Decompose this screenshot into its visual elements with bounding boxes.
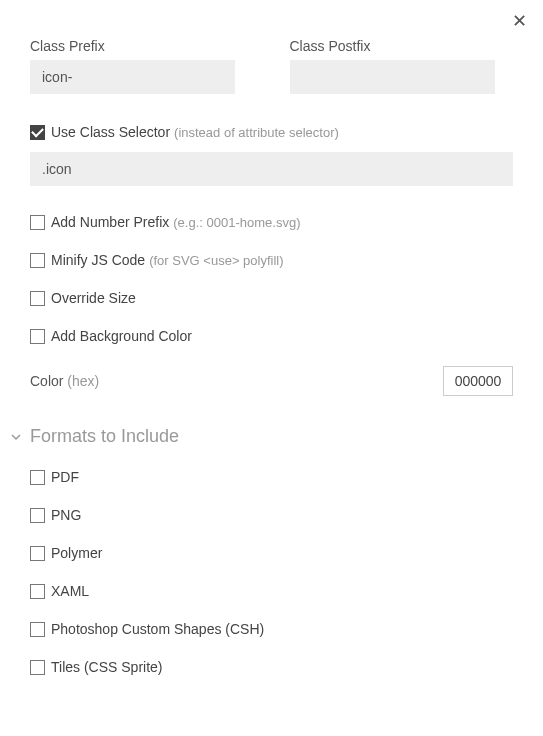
chevron-down-icon	[8, 429, 24, 445]
use-class-selector-row: Use Class Selector (instead of attribute…	[30, 124, 513, 140]
class-postfix-input[interactable]	[290, 60, 495, 94]
use-class-selector-label[interactable]: Use Class Selector	[51, 124, 170, 140]
format-csh-checkbox[interactable]	[30, 622, 45, 637]
format-polymer-label[interactable]: Polymer	[51, 545, 102, 561]
close-button[interactable]: ✕	[512, 12, 527, 30]
color-label-group: Color (hex)	[30, 373, 99, 389]
formats-section-title: Formats to Include	[30, 426, 179, 447]
formats-list: PDF PNG Polymer XAML Photoshop Custom Sh…	[30, 469, 513, 675]
color-label: Color	[30, 373, 63, 389]
override-size-checkbox[interactable]	[30, 291, 45, 306]
format-polymer-row: Polymer	[30, 545, 513, 561]
format-csh-label[interactable]: Photoshop Custom Shapes (CSH)	[51, 621, 264, 637]
format-pdf-checkbox[interactable]	[30, 470, 45, 485]
use-class-selector-block: Use Class Selector (instead of attribute…	[30, 124, 513, 186]
format-xaml-row: XAML	[30, 583, 513, 599]
format-csh-row: Photoshop Custom Shapes (CSH)	[30, 621, 513, 637]
add-number-prefix-row: Add Number Prefix (e.g.: 0001-home.svg)	[30, 214, 513, 230]
minify-js-row: Minify JS Code (for SVG <use> polyfill)	[30, 252, 513, 268]
class-prefix-field: Class Prefix	[30, 38, 254, 94]
minify-js-checkbox[interactable]	[30, 253, 45, 268]
settings-panel: Class Prefix Class Postfix Use Class Sel…	[0, 0, 543, 675]
format-png-row: PNG	[30, 507, 513, 523]
use-class-selector-checkbox[interactable]	[30, 125, 45, 140]
override-size-row: Override Size	[30, 290, 513, 306]
minify-js-hint: (for SVG <use> polyfill)	[149, 253, 283, 268]
class-prefix-input[interactable]	[30, 60, 235, 94]
format-polymer-checkbox[interactable]	[30, 546, 45, 561]
color-hint: (hex)	[67, 373, 99, 389]
add-bg-color-row: Add Background Color	[30, 328, 513, 344]
format-xaml-label[interactable]: XAML	[51, 583, 89, 599]
class-selector-input[interactable]	[30, 152, 513, 186]
add-number-prefix-label[interactable]: Add Number Prefix	[51, 214, 169, 230]
color-input[interactable]	[443, 366, 513, 396]
format-pdf-row: PDF	[30, 469, 513, 485]
class-prefix-label: Class Prefix	[30, 38, 254, 54]
format-tiles-row: Tiles (CSS Sprite)	[30, 659, 513, 675]
class-postfix-field: Class Postfix	[290, 38, 514, 94]
class-postfix-label: Class Postfix	[290, 38, 514, 54]
color-row: Color (hex)	[30, 366, 513, 396]
prefix-postfix-row: Class Prefix Class Postfix	[30, 38, 513, 94]
add-bg-color-checkbox[interactable]	[30, 329, 45, 344]
format-tiles-checkbox[interactable]	[30, 660, 45, 675]
format-png-label[interactable]: PNG	[51, 507, 81, 523]
use-class-selector-hint: (instead of attribute selector)	[174, 125, 339, 140]
format-pdf-label[interactable]: PDF	[51, 469, 79, 485]
format-png-checkbox[interactable]	[30, 508, 45, 523]
add-bg-color-label[interactable]: Add Background Color	[51, 328, 192, 344]
formats-section-header[interactable]: Formats to Include	[8, 426, 513, 447]
add-number-prefix-hint: (e.g.: 0001-home.svg)	[173, 215, 300, 230]
minify-js-label[interactable]: Minify JS Code	[51, 252, 145, 268]
override-size-label[interactable]: Override Size	[51, 290, 136, 306]
format-tiles-label[interactable]: Tiles (CSS Sprite)	[51, 659, 163, 675]
format-xaml-checkbox[interactable]	[30, 584, 45, 599]
close-icon: ✕	[512, 11, 527, 31]
add-number-prefix-checkbox[interactable]	[30, 215, 45, 230]
